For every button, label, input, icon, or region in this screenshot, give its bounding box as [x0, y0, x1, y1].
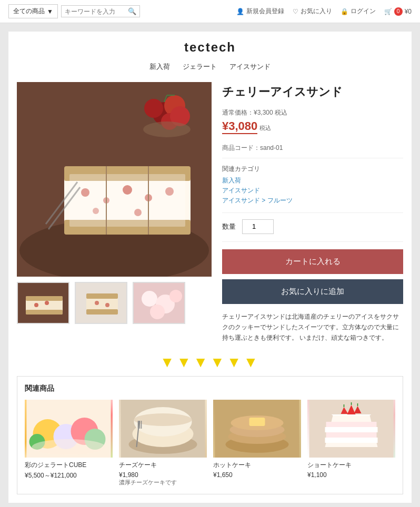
- search-input[interactable]: [65, 8, 128, 15]
- related-item-0[interactable]: 彩のジェラートCUBE ¥5,500～¥121,000: [25, 400, 113, 486]
- sale-price-tax: 税込: [259, 125, 271, 131]
- category-link-0[interactable]: 新入荷: [222, 176, 403, 186]
- svg-point-42: [150, 305, 165, 319]
- main-content: tectech 新入荷 ジェラート アイスサンド: [8, 32, 412, 503]
- svg-rect-69: [325, 427, 378, 432]
- product-info: チェリーアイスサンド 通常価格：¥3,300 税込 ¥3,080 税込 商品コー…: [222, 82, 403, 343]
- site-title: tectech: [17, 40, 403, 55]
- login-link[interactable]: 🔒 ログイン: [341, 7, 376, 16]
- nav-link-gelato[interactable]: ジェラート: [183, 62, 217, 72]
- cart-link[interactable]: 🛒 0 ¥0: [384, 7, 412, 16]
- header-left: 全ての商品 ▼ 🔍: [8, 4, 140, 18]
- sale-price: ¥3,080: [222, 119, 257, 134]
- quantity-section: 数量: [222, 219, 403, 242]
- svg-point-39: [142, 291, 157, 307]
- related-item-img-0: [25, 400, 113, 458]
- cart-price: ¥0: [405, 8, 412, 15]
- svg-point-4: [144, 99, 163, 118]
- svg-point-41: [169, 290, 182, 302]
- product-section: チェリーアイスサンド 通常価格：¥3,300 税込 ¥3,080 税込 商品コー…: [17, 82, 403, 343]
- product-images: [17, 82, 212, 343]
- related-item-img-2: [213, 400, 301, 458]
- svg-point-30: [34, 303, 38, 307]
- quantity-label: 数量: [222, 222, 236, 231]
- cart-count: 0: [394, 7, 403, 16]
- category-dropdown[interactable]: 全ての商品 ▼: [8, 4, 58, 18]
- product-image-svg: [17, 82, 212, 277]
- product-description: チェリーアイスサンドは北海道産のチェリーのアイスをサクサクのクッキーでサンドした…: [222, 311, 403, 343]
- arrow-icons: ▼▼▼▼▼▼: [160, 354, 260, 370]
- related-item-price-3: ¥1,100: [307, 471, 395, 479]
- svg-point-37: [105, 303, 109, 307]
- header-right: 👤 新規会員登録 ♡ お気に入り 🔒 ログイン 🛒 0 ¥0: [236, 7, 412, 16]
- quantity-input[interactable]: [242, 219, 274, 234]
- related-item-name-1: チーズケーキ: [119, 461, 207, 470]
- related-item-1[interactable]: チーズケーキ ¥1,980 濃厚チーズケーキです: [119, 400, 207, 486]
- wishlist-label: お気に入り: [301, 7, 332, 16]
- related-item-price-2: ¥1,650: [213, 471, 301, 479]
- svg-rect-68: [326, 432, 377, 438]
- arrow-decoration: ▼▼▼▼▼▼: [17, 354, 403, 371]
- related-item-img-1: [119, 400, 207, 458]
- lock-icon: 🔒: [341, 8, 348, 15]
- nav-link-new[interactable]: 新入荷: [149, 62, 170, 72]
- svg-rect-64: [249, 418, 265, 426]
- category-label: 全ての商品: [13, 7, 45, 16]
- heart-icon: ♡: [293, 8, 298, 15]
- main-image-inner: [17, 82, 212, 277]
- related-item-price-0: ¥5,500～¥121,000: [25, 471, 113, 480]
- related-item-3[interactable]: ショートケーキ ¥1,100: [307, 400, 395, 486]
- related-category-section: 関連カテゴリ 新入荷 アイスサンド アイスサンド > フルーツ: [222, 165, 403, 213]
- search-icon[interactable]: 🔍: [128, 7, 136, 15]
- related-item-2[interactable]: ホットケーキ ¥1,650: [213, 400, 301, 486]
- thumbnail-2[interactable]: [75, 282, 127, 324]
- register-link[interactable]: 👤 新規会員登録: [236, 7, 284, 16]
- add-to-cart-button[interactable]: カートに入れる: [222, 249, 403, 274]
- search-box: 🔍: [61, 5, 140, 17]
- thumbnail-row: [17, 282, 212, 324]
- svg-point-49: [32, 439, 106, 455]
- related-item-desc-1: 濃厚チーズケーキです: [119, 479, 207, 486]
- regular-price: 通常価格：¥3,300 税込: [222, 108, 403, 117]
- related-item-name-3: ショートケーキ: [307, 461, 395, 470]
- svg-point-36: [95, 301, 99, 305]
- product-code: 商品コード：sand-01: [222, 144, 403, 158]
- main-product-image[interactable]: [17, 82, 212, 277]
- svg-rect-28: [26, 296, 63, 301]
- svg-point-54: [134, 413, 192, 426]
- header: 全ての商品 ▼ 🔍 👤 新規会員登録 ♡ お気に入り 🔒 ログイン 🛒 0 ¥0: [0, 0, 420, 23]
- svg-rect-29: [26, 310, 63, 315]
- thumbnail-1[interactable]: [17, 282, 69, 324]
- category-link-2[interactable]: アイスサンド > フルーツ: [222, 196, 403, 206]
- svg-point-31: [45, 301, 49, 305]
- nav-link-icesand[interactable]: アイスサンド: [229, 62, 271, 72]
- related-item-name-2: ホットケーキ: [213, 461, 301, 470]
- chevron-down-icon: ▼: [47, 8, 53, 15]
- svg-rect-70: [326, 422, 377, 427]
- cart-icon: 🛒: [384, 8, 392, 15]
- user-icon: 👤: [236, 8, 244, 15]
- login-label: ログイン: [351, 7, 376, 16]
- nav-links: 新入荷 ジェラート アイスサンド: [17, 62, 403, 72]
- thumbnail-3[interactable]: [133, 282, 185, 324]
- register-label: 新規会員登録: [246, 7, 284, 16]
- related-item-name-0: 彩のジェラートCUBE: [25, 461, 113, 470]
- category-section-label: 関連カテゴリ: [222, 165, 403, 174]
- category-link-1[interactable]: アイスサンド: [222, 186, 403, 196]
- svg-rect-21: [69, 174, 185, 227]
- svg-rect-35: [86, 309, 118, 315]
- related-item-price-1: ¥1,980: [119, 471, 207, 479]
- related-products-title: 関連商品: [25, 384, 395, 393]
- price-section: 通常価格：¥3,300 税込 ¥3,080 税込: [222, 108, 403, 136]
- add-to-wishlist-button[interactable]: お気に入りに追加: [222, 279, 403, 304]
- wishlist-link[interactable]: ♡ お気に入り: [293, 7, 332, 16]
- svg-rect-67: [325, 438, 378, 443]
- product-name: チェリーアイスサンド: [222, 84, 403, 100]
- related-item-img-3: [307, 400, 395, 458]
- related-products: 関連商品 彩のジェラートCUBE ¥5,500～¥121,000: [17, 376, 403, 494]
- svg-point-9: [143, 121, 191, 137]
- related-products-grid: 彩のジェラートCUBE ¥5,500～¥121,000: [25, 400, 395, 486]
- sale-price-row: ¥3,080 税込: [222, 119, 403, 136]
- svg-rect-34: [86, 293, 118, 299]
- svg-marker-71: [332, 414, 372, 415]
